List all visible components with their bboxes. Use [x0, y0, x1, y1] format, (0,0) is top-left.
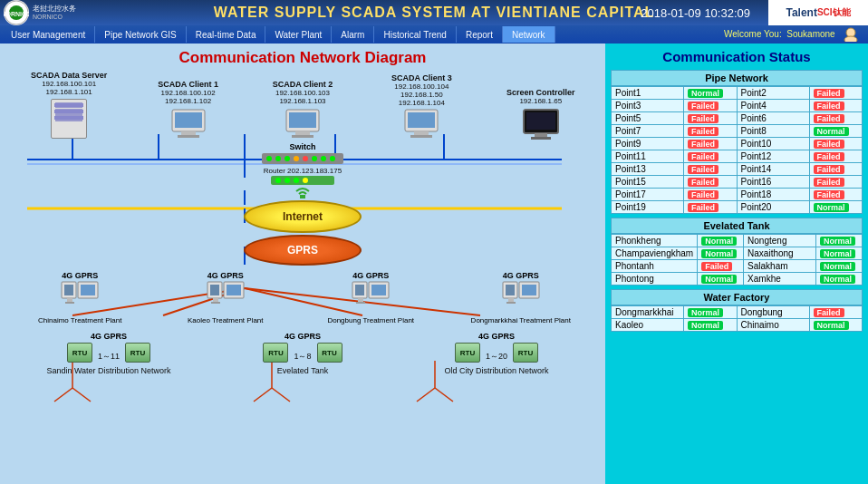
svg-rect-41	[410, 135, 432, 138]
screen-ctrl-ip: 192.168.1.65	[519, 97, 562, 105]
nav-realtime-data[interactable]: Real-time Data	[187, 26, 266, 43]
sandin-gprs: 4G GPRS	[91, 332, 127, 341]
status-badge-1: Normal	[698, 235, 744, 247]
monitor-icon	[522, 108, 560, 140]
svg-rect-60	[300, 195, 305, 198]
scada-server-device: SCADA Data Server 192.168.100.101 192.16…	[24, 71, 114, 140]
svg-point-50	[294, 156, 299, 161]
table-row: Point7 Failed Point8 Normal	[612, 125, 863, 138]
status-badge-2: Failed	[809, 100, 863, 112]
status-badge-2: Failed	[809, 150, 863, 163]
header: NORNICO 老挝北控水务 NORNICO WATER SUPPLY SCAD…	[0, 0, 868, 25]
oldcity-rtu-group: 4G GPRS RTU 1～20 RTU Old City Distributi…	[420, 332, 574, 375]
point-name-1: Point13	[612, 163, 684, 176]
client3-ip3: 192.168.1.104	[399, 99, 445, 107]
svg-rect-40	[414, 131, 429, 135]
nav-water-plant[interactable]: Water Plant	[265, 26, 332, 43]
status-badge-1: Failed	[684, 112, 738, 125]
svg-rect-78	[356, 302, 365, 304]
svg-rect-72	[211, 302, 220, 304]
table-row: Point19 Failed Point20 Normal	[612, 201, 863, 214]
status-badge-1: Failed	[684, 176, 738, 189]
router-icon	[271, 175, 334, 186]
navigation-bar: User Management Pipe Network GIS Real-ti…	[0, 25, 868, 44]
table-row: Kaoleo Normal Chinaimo Normal	[612, 319, 863, 332]
status-badge-2: Normal	[809, 201, 863, 214]
status-badge-1: Failed	[684, 201, 738, 214]
svg-rect-37	[292, 135, 313, 138]
svg-rect-32	[181, 131, 196, 135]
svg-rect-77	[358, 298, 363, 302]
svg-rect-71	[213, 298, 218, 302]
svg-rect-65	[67, 298, 72, 302]
svg-line-23	[72, 388, 91, 402]
wifi-icon	[294, 186, 312, 198]
brand-logo: Talent SCI钛能	[768, 0, 868, 25]
rtu-range-1: 1～11	[98, 351, 120, 363]
table-row: Dongmarkkhai Normal Dongbung Failed	[612, 306, 863, 319]
sandin-desc: Sandin Water Distribution Network	[46, 366, 170, 375]
table-row: Champaviengkham Normal Naxaithong Normal	[612, 247, 863, 260]
point-name-1: Dongmarkkhai	[612, 306, 684, 319]
chinaimo-gprs: 4G GPRS	[62, 271, 98, 280]
nav-network[interactable]: Network	[503, 26, 555, 43]
status-panel: Communication Status Pipe Network Point1…	[605, 44, 868, 484]
point-name-1: Point5	[612, 112, 684, 125]
point-name-2: Point6	[737, 112, 809, 125]
status-badge-1: Failed	[698, 260, 744, 273]
svg-rect-82	[522, 285, 536, 295]
status-badge-1: Normal	[684, 87, 738, 100]
water-factory-section: Water Factory Dongmarkkhai Normal Dongbu…	[611, 289, 863, 332]
diagram-area: Communication Network Diagram	[0, 44, 605, 484]
screen-ctrl-label: Screen Controller	[506, 88, 575, 97]
evelated-tank-section: Evelated Tank Phonkheng Normal Nongteng …	[611, 218, 863, 286]
status-badge-2: Failed	[809, 112, 863, 125]
kaoleo-plant: 4G GPRS Kaoleo Treatment Plant	[171, 271, 280, 324]
desktop-station-icon	[60, 280, 100, 316]
point-name-1: Point3	[612, 100, 684, 112]
status-badge-2: Failed	[809, 306, 863, 319]
client3-ip2: 192.168.1.50	[400, 91, 443, 99]
status-badge-1: Normal	[684, 306, 738, 319]
point-name-1: Point9	[612, 138, 684, 150]
point-name-1: Point15	[612, 176, 684, 189]
svg-line-28	[417, 388, 435, 402]
svg-rect-66	[65, 302, 74, 304]
svg-rect-83	[508, 298, 514, 302]
user-avatar-icon	[843, 27, 859, 42]
svg-point-48	[275, 156, 281, 161]
datetime-display: 2018-01-09 10:32:09	[641, 6, 750, 20]
dongbung-plant: 4G GPRS Dongbung Treatment Plant	[316, 271, 425, 324]
table-row: Point9 Failed Point10 Failed	[612, 138, 863, 150]
point-name-2: Salakham	[744, 260, 816, 273]
svg-point-57	[285, 178, 290, 183]
table-row: Point3 Failed Point4 Failed	[612, 100, 863, 112]
status-badge-2: Normal	[816, 273, 863, 286]
evelated-gprs: 4G GPRS	[285, 332, 321, 341]
nav-pipe-network[interactable]: Pipe Network GIS	[95, 26, 186, 43]
scada-server-label: SCADA Data Server	[31, 71, 107, 80]
svg-point-47	[266, 156, 272, 161]
status-badge-1: Failed	[684, 189, 738, 201]
status-badge-2: Normal	[816, 247, 863, 260]
nav-report[interactable]: Report	[457, 26, 503, 43]
chinaimo-plant: 4G GPRS Chinaimo Treatment Plant	[25, 271, 134, 324]
nav-alarm[interactable]: Alarm	[332, 26, 374, 43]
scada-client2-device: SCADA Client 2 192.168.100.103 192.168.1…	[262, 80, 343, 140]
switch-icon	[262, 151, 343, 166]
client1-label: SCADA Client 1	[158, 80, 218, 89]
svg-rect-84	[506, 302, 516, 304]
company-text: 老挝北控水务 NORNICO	[33, 5, 76, 21]
scada-client3-device: SCADA Client 3 192.168.100.104 192.168.1…	[376, 73, 467, 140]
switch-label: Switch	[289, 142, 315, 151]
screen-controller-device: Screen Controller 192.168.1.65	[500, 88, 582, 140]
nav-user-management[interactable]: User Management	[2, 26, 95, 43]
nav-historical-trend[interactable]: Historical Trend	[374, 26, 456, 43]
rtu-range-3: 1～20	[486, 351, 507, 363]
svg-rect-35	[289, 112, 316, 128]
point-name-1: Phontanh	[612, 260, 698, 273]
svg-point-4	[844, 36, 857, 42]
table-row: Point1 Normal Point2 Failed	[612, 87, 863, 100]
pipe-network-section: Pipe Network Point1 Normal Point2 Failed…	[611, 70, 863, 214]
username-text: Soukamone	[786, 29, 834, 39]
